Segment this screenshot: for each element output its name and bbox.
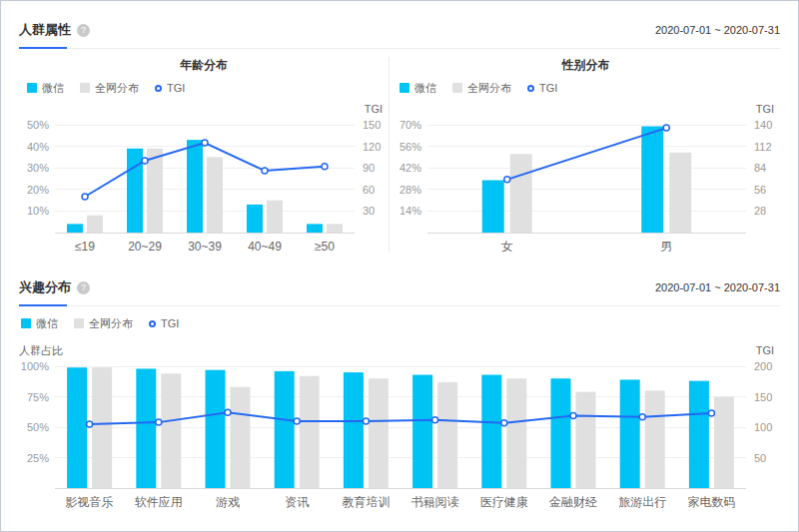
left-axis-tick: 50% (27, 119, 49, 131)
tgi-line (85, 143, 325, 197)
wechat-bar (412, 375, 432, 488)
chart-title-gender: 性别分布 (392, 57, 780, 73)
legend-item-wechat[interactable]: 微信 (27, 81, 64, 96)
tgi-marker (639, 414, 645, 420)
tgi-marker (432, 417, 438, 423)
network-bar (207, 157, 223, 233)
tgi-marker (87, 421, 93, 427)
wechat-bar (641, 127, 663, 233)
network-bar (147, 149, 163, 233)
wechat-bar (127, 149, 143, 233)
section-divider (19, 304, 780, 306)
help-icon[interactable]: ? (77, 24, 90, 37)
right-axis-title: TGI (365, 103, 383, 115)
section-title: 兴趣分布 (19, 278, 71, 296)
legend-item-network[interactable]: 全网分布 (452, 81, 511, 96)
help-icon[interactable]: ? (77, 281, 90, 294)
gender-chart-legend: 微信 全网分布 TGI (392, 81, 780, 95)
right-axis-tick: 120 (363, 141, 381, 153)
wechat-bar (136, 368, 156, 488)
wechat-swatch-icon (400, 83, 409, 93)
section-divider (19, 47, 780, 49)
category-label: 影视音乐 (66, 495, 114, 509)
tgi-ring-icon (149, 320, 156, 327)
network-bar (327, 224, 343, 233)
network-bar (669, 153, 691, 233)
wechat-swatch-icon (27, 83, 37, 93)
network-bar (300, 376, 320, 488)
network-bar (506, 378, 526, 488)
section-header: 兴趣分布 ? 2020-07-01 ~ 2020-07-31 (19, 276, 780, 298)
legend-label: 微信 (414, 81, 436, 96)
tgi-marker (225, 409, 231, 415)
right-axis-tick: 60 (363, 184, 375, 196)
category-label: 旅游出行 (618, 495, 666, 509)
tgi-marker (142, 158, 148, 164)
date-range: 2020-07-01 ~ 2020-07-31 (655, 281, 780, 293)
tgi-marker (82, 194, 88, 200)
legend-item-tgi[interactable]: TGI (149, 317, 179, 329)
right-axis-tick: 150 (363, 119, 381, 131)
right-axis-tick: 150 (754, 391, 772, 403)
left-axis-tick: 56% (400, 141, 421, 153)
section-demographics: 人群属性 ? 2020-07-01 ~ 2020-07-31 年龄分布 微信 全… (1, 19, 798, 259)
tgi-marker (262, 168, 268, 174)
tgi-marker (504, 177, 510, 183)
legend-label: TGI (167, 82, 185, 94)
age-chart-legend: 微信 全网分布 TGI (19, 81, 389, 95)
right-axis-title: TGI (756, 103, 774, 115)
tgi-marker (322, 164, 328, 170)
network-swatch-icon (452, 83, 462, 93)
right-axis-tick: 200 (754, 360, 772, 372)
category-label: 家电数码 (687, 495, 735, 509)
legend-label: 微信 (36, 316, 58, 331)
right-axis-tick: 56 (754, 184, 766, 196)
legend-item-wechat[interactable]: 微信 (400, 81, 436, 96)
wechat-bar (247, 205, 263, 233)
network-bar (87, 216, 103, 233)
category-label: 男 (660, 240, 672, 254)
left-axis-tick: 20% (27, 184, 49, 196)
tgi-marker (156, 419, 162, 425)
tgi-line (90, 412, 712, 424)
category-label: ≥50 (315, 240, 335, 254)
right-axis-tick: 140 (754, 119, 772, 131)
section-interests: 兴趣分布 ? 2020-07-01 ~ 2020-07-31 微信 全网分布 T… (1, 276, 798, 514)
interest-distribution-chart: 人群占比TGI25%50%75%100%50100150200影视音乐软件应用游… (19, 338, 780, 514)
network-bar (645, 390, 665, 488)
active-tab-underline (19, 47, 67, 49)
legend-label: TGI (539, 82, 557, 94)
network-bar (231, 387, 251, 488)
wechat-bar (67, 367, 87, 488)
wechat-bar (275, 371, 295, 488)
legend-item-wechat[interactable]: 微信 (21, 316, 58, 331)
category-label: 资讯 (285, 495, 309, 509)
right-axis-tick: 112 (754, 141, 772, 153)
network-bar (161, 373, 181, 488)
right-axis-tick: 90 (363, 162, 375, 174)
chart-title-age: 年龄分布 (19, 57, 389, 73)
date-range: 2020-07-01 ~ 2020-07-31 (655, 24, 780, 36)
gender-chart-panel: 性别分布 微信 全网分布 TGI TGI14%28%42%56%7 (390, 53, 780, 259)
legend-item-tgi[interactable]: TGI (527, 82, 557, 94)
wechat-bar (620, 379, 640, 488)
section-title: 人群属性 (19, 21, 71, 39)
right-axis-tick: 50 (754, 452, 766, 464)
network-bar (267, 201, 283, 233)
network-swatch-icon (74, 318, 84, 328)
right-axis-tick: 100 (754, 421, 772, 433)
category-label: 游戏 (216, 495, 240, 509)
category-label: 40~49 (248, 240, 282, 254)
tgi-marker (363, 418, 369, 424)
network-bar (92, 367, 112, 488)
legend-label: 全网分布 (95, 81, 139, 96)
legend-item-tgi[interactable]: TGI (155, 82, 185, 94)
wechat-bar (187, 140, 203, 233)
left-axis-tick: 28% (400, 184, 421, 196)
analytics-dashboard: 人群属性 ? 2020-07-01 ~ 2020-07-31 年龄分布 微信 全… (0, 0, 799, 532)
category-label: 30~39 (188, 240, 222, 254)
category-label: 教育培训 (342, 495, 390, 509)
legend-item-network[interactable]: 全网分布 (74, 316, 133, 331)
tgi-marker (708, 410, 714, 416)
legend-item-network[interactable]: 全网分布 (80, 81, 139, 96)
